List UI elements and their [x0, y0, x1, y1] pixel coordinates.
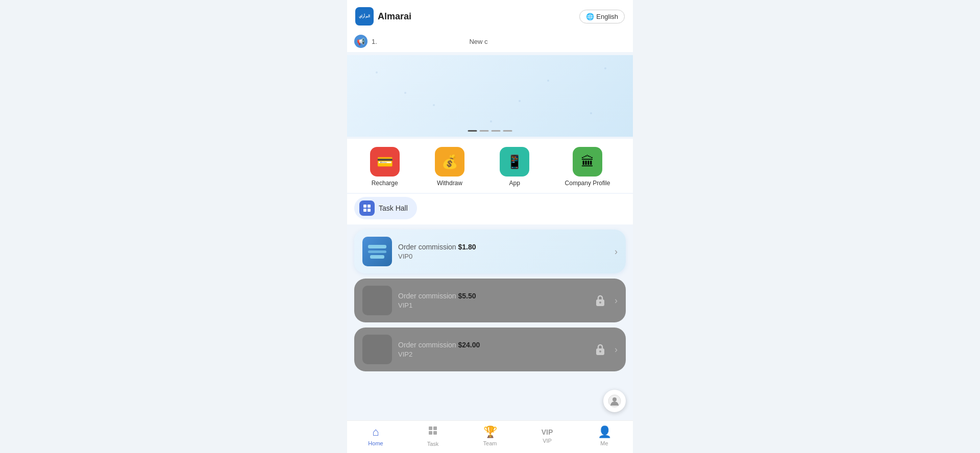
vip1-card[interactable]: Order commission $5.50 VIP1 › — [354, 279, 626, 322]
main-scroll: 💳 Recharge 💰 Withdraw 📱 App 🏛 Company Pr… — [347, 53, 633, 453]
banner — [347, 55, 633, 137]
svg-point-9 — [612, 397, 617, 401]
vip1-info: Order commission $5.50 VIP1 — [398, 292, 586, 309]
vip1-commission: Order commission $5.50 — [398, 292, 586, 300]
banner-dot-1 — [468, 130, 477, 132]
home-icon: ⌂ — [372, 425, 379, 439]
svg-rect-2 — [363, 209, 366, 212]
app-title: Almarai — [378, 11, 411, 22]
banner-dot-3 — [492, 130, 501, 132]
globe-icon: 🌐 — [586, 13, 594, 20]
vip1-level: VIP1 — [398, 301, 586, 309]
logo-image: الم أراي — [355, 7, 374, 26]
svg-rect-12 — [429, 431, 432, 435]
nav-vip[interactable]: VIP VIP — [532, 428, 562, 444]
task-hall-row: Task Hall — [347, 194, 633, 224]
svg-rect-13 — [433, 431, 437, 435]
app-label: App — [509, 180, 520, 187]
vip1-chevron-icon: › — [615, 295, 618, 306]
vip1-thumbnail — [362, 286, 392, 315]
nav-home-label: Home — [368, 440, 383, 446]
logo-area: الم أراي Almarai — [355, 7, 411, 26]
vip2-level: VIP2 — [398, 350, 586, 358]
language-button[interactable]: 🌐 English — [579, 10, 625, 23]
vip0-card[interactable]: Order commission $1.80 VIP0 › — [354, 230, 626, 273]
nav-me[interactable]: 👤 Me — [589, 425, 620, 446]
vip-icon: VIP — [542, 428, 553, 436]
task-hall-button[interactable]: Task Hall — [354, 197, 417, 219]
withdraw-label: Withdraw — [437, 180, 462, 187]
notice-bar: 📢 1. New c — [347, 31, 633, 52]
quick-actions: 💳 Recharge 💰 Withdraw 📱 App 🏛 Company Pr… — [347, 139, 633, 193]
banner-dot-2 — [480, 130, 489, 132]
action-company-profile[interactable]: 🏛 Company Profile — [565, 147, 610, 187]
lock-icon-vip2 — [592, 341, 608, 358]
banner-dot-4 — [503, 130, 512, 132]
notice-icon: 📢 — [354, 35, 368, 48]
me-icon: 👤 — [598, 425, 611, 439]
header: الم أراي Almarai 🌐 English — [347, 0, 633, 31]
company-profile-label: Company Profile — [565, 180, 610, 187]
task-icon — [427, 425, 438, 439]
nav-vip-label: VIP — [543, 438, 552, 444]
team-icon: 🏆 — [483, 425, 497, 439]
notice-text: 1. New c — [372, 38, 626, 45]
recharge-icon: 💳 — [370, 147, 400, 177]
svg-rect-3 — [368, 209, 371, 212]
vip2-thumbnail — [362, 335, 392, 364]
nav-me-label: Me — [600, 440, 608, 446]
nav-task-label: Task — [427, 441, 439, 447]
task-hall-label: Task Hall — [379, 204, 408, 212]
support-button[interactable] — [603, 390, 626, 412]
company-profile-icon: 🏛 — [573, 147, 602, 177]
vip2-info: Order commission $24.00 VIP2 — [398, 341, 586, 358]
vip2-commission: Order commission $24.00 — [398, 341, 586, 349]
banner-dots — [468, 130, 512, 132]
nav-home[interactable]: ⌂ Home — [360, 425, 391, 446]
svg-rect-11 — [433, 426, 437, 430]
svg-rect-0 — [363, 205, 366, 208]
vip-cards: Order commission $1.80 VIP0 › Order comm… — [347, 225, 633, 375]
vip0-commission: Order commission $1.80 — [398, 243, 608, 251]
action-recharge[interactable]: 💳 Recharge — [370, 147, 400, 187]
svg-rect-1 — [368, 205, 371, 208]
nav-team-label: Team — [483, 440, 497, 446]
vip0-level: VIP0 — [398, 253, 608, 260]
task-hall-icon — [359, 200, 375, 216]
vip0-chevron-icon: › — [615, 246, 618, 257]
vip0-thumbnail — [362, 237, 392, 266]
action-app[interactable]: 📱 App — [500, 147, 529, 187]
vip0-info: Order commission $1.80 VIP0 — [398, 243, 608, 260]
recharge-label: Recharge — [372, 180, 398, 187]
nav-task[interactable]: Task — [418, 425, 448, 447]
app-icon: 📱 — [500, 147, 529, 177]
bottom-nav: ⌂ Home Task 🏆 Team VIP VIP 👤 Me — [347, 420, 633, 453]
svg-point-5 — [599, 301, 601, 304]
lock-icon-vip1 — [592, 292, 608, 309]
svg-point-7 — [599, 350, 601, 353]
vip2-chevron-icon: › — [615, 344, 618, 355]
lang-label: English — [596, 13, 618, 20]
svg-rect-10 — [429, 426, 432, 430]
action-withdraw[interactable]: 💰 Withdraw — [435, 147, 464, 187]
nav-team[interactable]: 🏆 Team — [475, 425, 505, 446]
withdraw-icon: 💰 — [435, 147, 464, 177]
vip2-card[interactable]: Order commission $24.00 VIP2 › — [354, 328, 626, 371]
